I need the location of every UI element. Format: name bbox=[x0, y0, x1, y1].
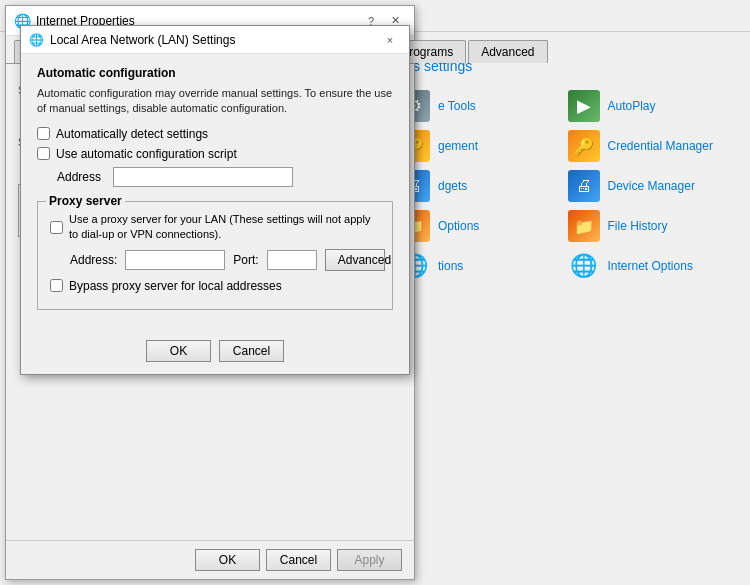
auto-config-title: Automatic configuration bbox=[37, 66, 393, 80]
auto-config-address-label: Address bbox=[57, 170, 105, 184]
lan-dialog-close-btn[interactable]: × bbox=[379, 29, 401, 51]
cp-item-credential-manager[interactable]: 🔑 Credential Manager bbox=[568, 130, 738, 162]
auto-script-checkbox[interactable] bbox=[37, 147, 50, 160]
auto-detect-label: Automatically detect settings bbox=[56, 127, 208, 141]
proxy-port-input[interactable] bbox=[267, 250, 317, 270]
proxy-port-label: Port: bbox=[233, 253, 258, 267]
lan-dialog-content: Automatic configuration Automatic config… bbox=[21, 54, 409, 332]
lan-dialog-titlebar: 🌐 Local Area Network (LAN) Settings × bbox=[21, 26, 409, 54]
auto-config-address-input[interactable] bbox=[113, 167, 293, 187]
auto-script-row: Use automatic configuration script bbox=[37, 147, 393, 161]
lan-settings-dialog: 🌐 Local Area Network (LAN) Settings × Au… bbox=[20, 25, 410, 375]
cp-item-file-history[interactable]: 📁 File History bbox=[568, 210, 738, 242]
internet-props-apply-btn[interactable]: Apply bbox=[337, 549, 402, 571]
cp-item-credential-left-label: gement bbox=[438, 139, 478, 153]
cp-item-device-left-label: dgets bbox=[438, 179, 467, 193]
proxy-section: Proxy server Use a proxy server for your… bbox=[37, 201, 393, 310]
cp-item-autoplay[interactable]: ▶ AutoPlay bbox=[568, 90, 738, 122]
lan-dialog-title-left: 🌐 Local Area Network (LAN) Settings bbox=[29, 33, 235, 47]
auto-config-address-row: Address bbox=[57, 167, 393, 187]
cp-item-autoplay-label: AutoPlay bbox=[608, 99, 656, 113]
auto-config-section: Automatic configuration Automatic config… bbox=[37, 66, 393, 187]
auto-detect-row: Automatically detect settings bbox=[37, 127, 393, 141]
cp-item-device-manager[interactable]: 🖨 Device Manager bbox=[568, 170, 738, 202]
cp-item-admin-tools-label: e Tools bbox=[438, 99, 476, 113]
lan-dialog-ok-btn[interactable]: OK bbox=[146, 340, 211, 362]
cp-item-filehistory-left[interactable]: 📁 Options bbox=[398, 210, 568, 242]
tab-advanced[interactable]: Advanced bbox=[468, 40, 547, 63]
auto-config-desc: Automatic configuration may override man… bbox=[37, 86, 393, 117]
bypass-row: Bypass proxy server for local addresses bbox=[50, 279, 380, 293]
cp-item-admin-tools[interactable]: ⚙ e Tools bbox=[398, 90, 568, 122]
proxy-advanced-btn[interactable]: Advanced bbox=[325, 249, 385, 271]
cp-item-file-history-label: File History bbox=[608, 219, 668, 233]
cp-item-internet-options[interactable]: 🌐 Internet Options bbox=[568, 250, 738, 282]
cp-item-internet-left-label: tions bbox=[438, 259, 463, 273]
lan-dialog-footer: OK Cancel bbox=[21, 332, 409, 374]
cp-item-credential-manager-label: Credential Manager bbox=[608, 139, 713, 153]
lan-dialog-icon: 🌐 bbox=[29, 33, 44, 47]
proxy-section-label: Proxy server bbox=[46, 194, 125, 208]
internet-props-cancel-btn[interactable]: Cancel bbox=[266, 549, 331, 571]
bypass-label: Bypass proxy server for local addresses bbox=[69, 279, 282, 293]
proxy-enable-checkbox[interactable] bbox=[50, 221, 63, 234]
internet-props-ok-btn[interactable]: OK bbox=[195, 549, 260, 571]
proxy-address-input[interactable] bbox=[125, 250, 225, 270]
cp-item-filehistory-left-label: Options bbox=[438, 219, 479, 233]
cp-item-device-left[interactable]: 🖨 dgets bbox=[398, 170, 568, 202]
proxy-enable-label: Use a proxy server for your LAN (These s… bbox=[69, 212, 380, 243]
cp-item-device-manager-label: Device Manager bbox=[608, 179, 695, 193]
lan-dialog-cancel-btn[interactable]: Cancel bbox=[219, 340, 284, 362]
auto-script-label: Use automatic configuration script bbox=[56, 147, 237, 161]
cp-item-internet-options-label: Internet Options bbox=[608, 259, 693, 273]
bypass-checkbox[interactable] bbox=[50, 279, 63, 292]
auto-detect-checkbox[interactable] bbox=[37, 127, 50, 140]
proxy-address-label: Address: bbox=[70, 253, 117, 267]
cp-item-internet-left[interactable]: 🌐 tions bbox=[398, 250, 568, 282]
proxy-checkbox-row: Use a proxy server for your LAN (These s… bbox=[50, 212, 380, 243]
proxy-addr-row: Address: Port: Advanced bbox=[70, 249, 380, 271]
internet-props-footer: OK Cancel Apply bbox=[6, 540, 414, 579]
lan-dialog-title: Local Area Network (LAN) Settings bbox=[50, 33, 235, 47]
cp-item-credential-left[interactable]: 🔑 gement bbox=[398, 130, 568, 162]
